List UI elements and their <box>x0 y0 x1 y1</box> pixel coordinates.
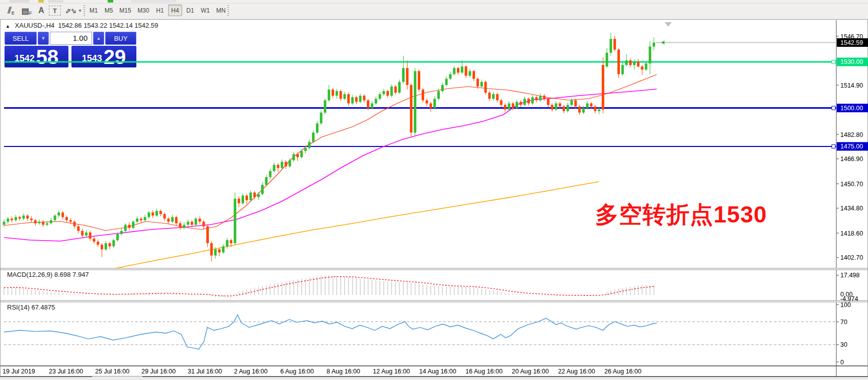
candle <box>637 62 640 66</box>
candle <box>598 110 600 111</box>
candle <box>257 194 260 197</box>
tab-bar-edge <box>0 376 868 380</box>
candle <box>89 233 92 239</box>
candle <box>11 218 13 220</box>
price-tick-label: 1450.70 <box>840 181 863 188</box>
candle <box>574 100 577 106</box>
candle <box>340 91 342 99</box>
candle <box>81 231 84 236</box>
candle <box>97 242 99 245</box>
candle <box>641 66 644 69</box>
rsi-scale-label: 100 <box>840 301 851 309</box>
candle <box>371 103 373 108</box>
candle <box>226 240 228 246</box>
candle <box>218 249 220 252</box>
candle <box>187 221 189 224</box>
candle <box>253 192 256 197</box>
candle <box>649 46 651 63</box>
candle <box>26 215 29 218</box>
level-line-anchor[interactable] <box>832 60 835 63</box>
chart-shift-marker-icon[interactable] <box>665 22 672 27</box>
candle <box>112 240 115 246</box>
candle <box>617 50 620 74</box>
price-tick-label: 1514.90 <box>840 82 863 89</box>
candle <box>555 103 557 109</box>
bid-price-badge-label: 1542.59 <box>840 39 863 46</box>
candle <box>93 239 95 242</box>
candle <box>613 39 616 49</box>
time-tick-label: 31 Jul 16:00 <box>188 368 222 375</box>
candle <box>234 199 236 244</box>
candle <box>328 90 330 100</box>
candle <box>265 177 268 185</box>
candle <box>602 65 604 110</box>
candle <box>484 82 487 93</box>
candle <box>50 220 52 223</box>
candle <box>496 94 499 100</box>
candle <box>171 217 174 221</box>
candle <box>242 196 244 203</box>
candle <box>300 151 303 157</box>
candle <box>621 65 624 74</box>
candle <box>563 107 565 111</box>
candle <box>519 102 522 105</box>
mt4-terminal: ⫽E ▤F A T ⬀⬂ ▼ M1M5M15M30H1H4D1W1MN ▲ XA… <box>0 0 868 380</box>
current-price-arrow-icon <box>661 41 664 45</box>
candle <box>394 87 397 93</box>
candle <box>559 103 561 106</box>
candle <box>163 214 166 218</box>
candle <box>523 99 526 105</box>
candle <box>382 91 385 94</box>
candle <box>347 94 350 103</box>
candle <box>101 245 103 249</box>
candle <box>343 94 346 99</box>
candle <box>547 99 549 105</box>
chart-annotation-text[interactable]: 多空转折点1530 <box>595 199 767 231</box>
candle <box>151 212 154 215</box>
time-tick-label: 26 Aug 16:00 <box>604 368 642 375</box>
candle <box>292 154 295 160</box>
candle <box>359 96 361 102</box>
candle <box>422 90 424 100</box>
candle <box>539 96 541 100</box>
candle <box>468 71 471 75</box>
chart-canvas[interactable]: 1546.701514.901482.801466.901450.701434.… <box>0 0 868 380</box>
candle <box>606 53 608 66</box>
candle <box>167 218 170 221</box>
candle <box>30 218 33 220</box>
candle <box>105 243 107 249</box>
candle <box>571 100 573 105</box>
candle <box>516 102 518 108</box>
candle <box>147 212 150 217</box>
candle <box>645 63 647 69</box>
candle <box>320 113 323 123</box>
candle <box>61 212 64 217</box>
candle <box>336 91 338 96</box>
candle <box>531 97 534 103</box>
candle <box>316 123 319 132</box>
time-tick-label: 8 Aug 16:00 <box>327 368 360 375</box>
candle <box>433 99 436 108</box>
candle <box>54 215 56 220</box>
candle <box>246 196 248 200</box>
candle <box>367 100 369 108</box>
candle <box>42 221 44 224</box>
candle <box>132 221 134 227</box>
candle <box>378 94 381 99</box>
candle <box>512 103 514 108</box>
candle <box>183 225 185 228</box>
candle <box>277 165 279 168</box>
candle <box>273 165 275 171</box>
level-line-anchor[interactable] <box>832 106 835 110</box>
candle <box>472 71 475 79</box>
candle <box>202 221 205 226</box>
candle <box>445 79 448 85</box>
candle <box>69 220 72 221</box>
candle <box>386 91 389 96</box>
candle <box>175 217 178 223</box>
candle <box>3 221 6 224</box>
time-tick-label: 23 Jul 16:00 <box>49 368 83 375</box>
candle <box>461 66 463 72</box>
level-line-anchor[interactable] <box>832 144 835 148</box>
candle <box>304 148 307 151</box>
